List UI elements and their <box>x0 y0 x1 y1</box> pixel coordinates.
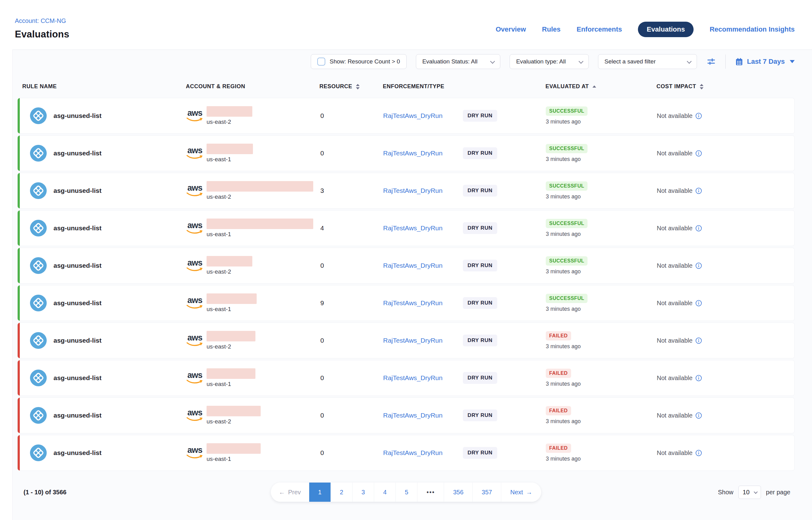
page-ellipsis-button[interactable]: ••• <box>417 483 444 502</box>
saved-filter-select[interactable]: Select a saved filter <box>598 54 697 69</box>
info-icon[interactable] <box>695 412 702 419</box>
evaluated-time: 3 minutes ago <box>546 156 581 162</box>
enforcement-link[interactable]: RajTestAws_DryRun <box>383 449 463 457</box>
enforcement-link[interactable]: RajTestAws_DryRun <box>383 299 463 307</box>
next-page-button[interactable]: Next→ <box>501 483 541 502</box>
main-content: Show: Resource Count > 0 Evaluation Stat… <box>12 50 812 520</box>
status-badge: SUCCESSFUL <box>546 106 588 116</box>
column-enforcement-type: ENFORCEMENT/TYPE <box>383 83 545 90</box>
enforcement-link[interactable]: RajTestAws_DryRun <box>383 112 463 120</box>
page-button-357[interactable]: 357 <box>473 483 501 502</box>
aws-logo: aws <box>186 259 203 272</box>
enforcement-link[interactable]: RajTestAws_DryRun <box>383 225 463 232</box>
info-icon[interactable] <box>695 225 702 232</box>
tab-evaluations[interactable]: Evaluations <box>638 22 693 37</box>
evaluation-type-badge: DRY RUN <box>463 185 497 197</box>
status-badge: SUCCESSFUL <box>546 256 588 265</box>
resource-count-filter[interactable]: Show: Resource Count > 0 <box>311 54 407 69</box>
column-rule-name: RULE NAME <box>17 83 186 90</box>
table-row[interactable]: asg-unused-list aws us-east-2 0 RajTestA… <box>17 322 795 359</box>
column-evaluated-at[interactable]: EVALUATED AT <box>545 83 656 90</box>
enforcement-link[interactable]: RajTestAws_DryRun <box>383 262 463 269</box>
evaluations-page: Account: CCM-NG Evaluations Overview Rul… <box>0 0 812 520</box>
resource-count: 4 <box>320 225 324 232</box>
governance-rule-icon <box>30 444 47 461</box>
redacted-account-id <box>206 181 313 191</box>
info-icon[interactable] <box>695 300 702 307</box>
evaluation-type-badge: DRY RUN <box>463 372 497 384</box>
info-icon[interactable] <box>695 450 702 456</box>
info-icon[interactable] <box>695 375 702 381</box>
checkbox-icon[interactable] <box>317 57 325 66</box>
rule-name: asg-unused-list <box>54 337 102 344</box>
rule-name: asg-unused-list <box>54 374 102 382</box>
page-button-356[interactable]: 356 <box>444 483 472 502</box>
table-row[interactable]: asg-unused-list aws us-east-1 9 RajTestA… <box>17 285 795 321</box>
info-icon[interactable] <box>695 262 702 269</box>
evaluation-type-badge: DRY RUN <box>463 297 497 309</box>
table-row[interactable]: asg-unused-list aws us-east-1 4 RajTestA… <box>17 210 795 246</box>
info-icon[interactable] <box>695 188 702 194</box>
rule-name: asg-unused-list <box>54 225 102 232</box>
evaluation-type-badge: DRY RUN <box>463 110 497 122</box>
column-resource[interactable]: RESOURCE <box>316 83 383 90</box>
tab-enforcements[interactable]: Enforcements <box>577 25 622 33</box>
tab-rules[interactable]: Rules <box>542 25 561 33</box>
page-size-select[interactable]: 10 <box>738 486 761 499</box>
date-range-value: Last 7 Days <box>747 57 785 66</box>
page-button-1[interactable]: 1 <box>309 483 331 502</box>
table-row[interactable]: asg-unused-list aws us-east-2 0 RajTestA… <box>17 98 795 134</box>
table-row[interactable]: asg-unused-list aws us-east-2 0 RajTestA… <box>17 397 795 433</box>
filter-divider <box>725 54 726 69</box>
redacted-account-id <box>206 406 261 416</box>
evaluation-type-select[interactable]: Evaluation type: All <box>510 54 589 69</box>
filter-settings-button[interactable] <box>706 57 716 67</box>
tab-overview[interactable]: Overview <box>496 25 526 33</box>
tab-recommendation-insights[interactable]: Recommendation Insights <box>710 25 795 33</box>
evaluated-time: 3 minutes ago <box>546 268 581 275</box>
enforcement-link[interactable]: RajTestAws_DryRun <box>383 337 463 344</box>
table-row[interactable]: asg-unused-list aws us-east-1 0 RajTestA… <box>17 360 795 396</box>
saved-filter-placeholder: Select a saved filter <box>605 58 656 65</box>
sort-arrows-icon <box>356 84 360 89</box>
region-label: us-east-2 <box>206 119 252 125</box>
page-button-4[interactable]: 4 <box>374 483 395 502</box>
enforcement-link[interactable]: RajTestAws_DryRun <box>383 374 463 382</box>
evaluation-status-select[interactable]: Evaluation Status: All <box>416 54 501 69</box>
aws-logo: aws <box>186 109 203 122</box>
aws-logo: aws <box>186 147 203 159</box>
rule-name: asg-unused-list <box>54 412 102 419</box>
page-button-3[interactable]: 3 <box>352 483 374 502</box>
evaluation-type-badge: DRY RUN <box>463 147 497 159</box>
table-row[interactable]: asg-unused-list aws us-east-2 0 RajTestA… <box>17 248 795 284</box>
info-icon[interactable] <box>695 337 702 344</box>
region-label: us-east-1 <box>206 231 313 238</box>
breadcrumb-account[interactable]: Account: CCM-NG <box>15 17 66 24</box>
info-icon[interactable] <box>695 113 702 119</box>
enforcement-link[interactable]: RajTestAws_DryRun <box>383 412 463 419</box>
enforcement-link[interactable]: RajTestAws_DryRun <box>383 150 463 157</box>
prev-page-button[interactable]: ←Prev <box>271 483 309 502</box>
info-icon[interactable] <box>695 150 702 157</box>
aws-logo: aws <box>186 296 203 309</box>
rule-name: asg-unused-list <box>54 299 102 307</box>
date-range-picker[interactable]: Last 7 Days <box>735 57 795 66</box>
page-button-5[interactable]: 5 <box>395 483 417 502</box>
page-size-value: 10 <box>743 489 750 496</box>
governance-rule-icon <box>30 182 47 199</box>
page-button-2[interactable]: 2 <box>331 483 352 502</box>
governance-rule-icon <box>30 295 47 311</box>
evaluation-type-badge: DRY RUN <box>463 335 497 346</box>
per-page-label: per page <box>766 489 790 496</box>
evaluated-time: 3 minutes ago <box>546 343 581 350</box>
redacted-account-id <box>206 218 313 229</box>
table-row[interactable]: asg-unused-list aws us-east-2 3 RajTestA… <box>17 173 795 209</box>
table-row[interactable]: asg-unused-list aws us-east-1 0 RajTestA… <box>17 135 795 171</box>
column-cost-impact[interactable]: COST IMPACT <box>656 83 795 90</box>
status-badge: FAILED <box>546 369 571 378</box>
table-row[interactable]: asg-unused-list aws us-east-1 0 RajTestA… <box>17 435 795 471</box>
resource-count-filter-label: Show: Resource Count > 0 <box>330 58 400 65</box>
enforcement-link[interactable]: RajTestAws_DryRun <box>383 187 463 194</box>
status-badge: SUCCESSFUL <box>546 144 588 153</box>
governance-rule-icon <box>30 107 47 124</box>
